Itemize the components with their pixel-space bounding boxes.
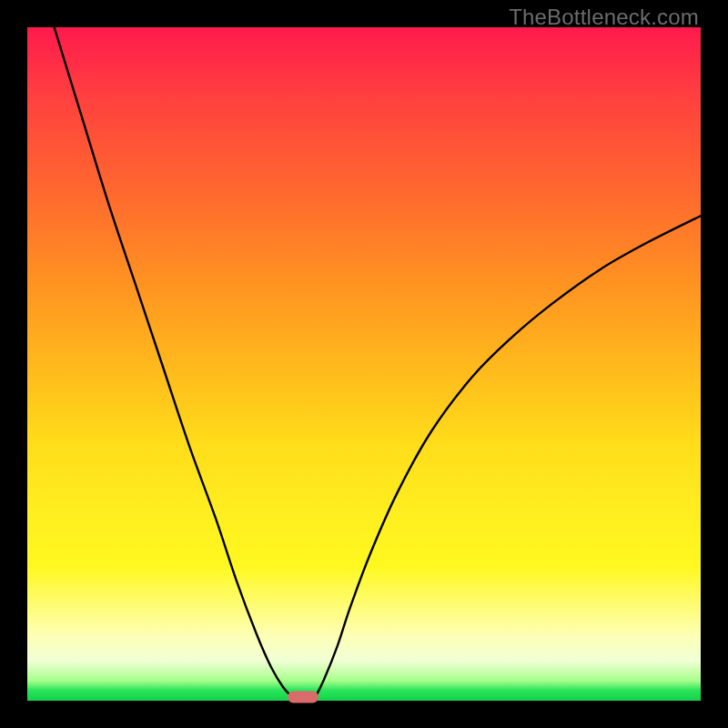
chart-frame: TheBottleneck.com xyxy=(0,0,728,728)
plot-area xyxy=(27,27,701,701)
curve-svg xyxy=(27,27,701,701)
brand-watermark: TheBottleneck.com xyxy=(509,5,699,30)
curve-path xyxy=(55,27,701,697)
bottleneck-marker xyxy=(288,691,318,703)
